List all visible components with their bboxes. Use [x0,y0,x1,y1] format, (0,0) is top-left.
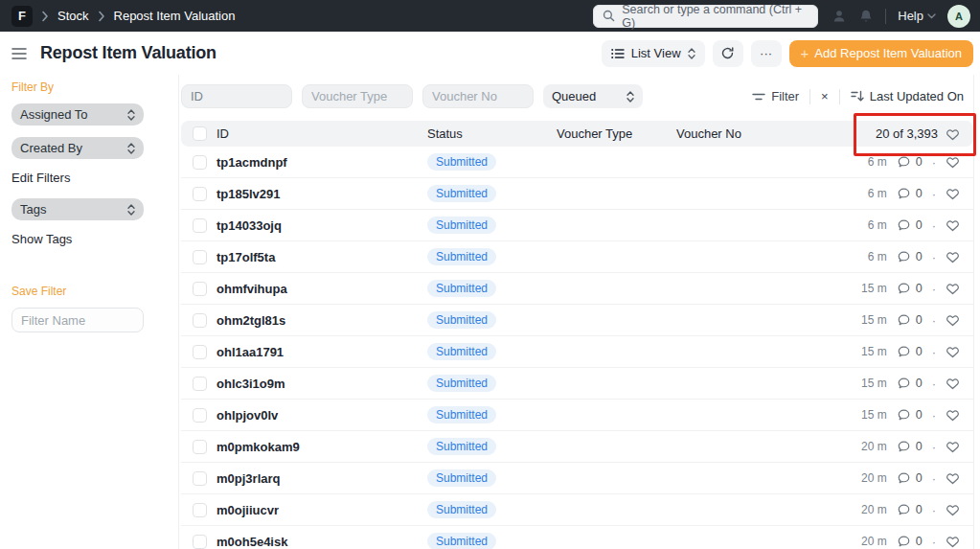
comment-icon[interactable] [897,313,911,327]
row-checkbox[interactable] [193,377,207,391]
sidebar-toggle-icon[interactable] [11,47,27,60]
voucher-type-filter-input[interactable] [302,84,413,108]
table-row[interactable]: ohlpjov0lv Submitted 15 m 0 · [181,400,973,431]
heart-icon[interactable] [946,408,960,422]
comment-icon[interactable] [897,155,911,169]
heart-icon[interactable] [946,187,960,200]
comment-icon[interactable] [897,408,911,422]
row-id-link[interactable]: tp1acmdnpf [217,155,287,170]
result-count[interactable]: 20 of 3,393 [876,126,938,141]
row-id-link[interactable]: tp17olf5ta [217,250,275,264]
table-row[interactable]: m0ojiiucvr Submitted 20 m 0 · [181,494,973,526]
heart-icon[interactable] [946,155,960,169]
comment-icon[interactable] [897,471,911,485]
comment-icon[interactable] [897,345,911,358]
row-checkbox[interactable] [193,218,207,233]
heart-icon[interactable] [946,471,960,485]
row-checkbox[interactable] [193,250,207,264]
filter-button[interactable]: Filter [752,89,799,103]
select-all-checkbox[interactable] [193,126,207,141]
comment-icon[interactable] [897,535,911,548]
heart-icon[interactable] [946,377,960,390]
status-badge: Submitted [427,185,496,202]
row-checkbox[interactable] [193,345,207,359]
tags-dropdown[interactable]: Tags [11,198,144,220]
frappe-logo-icon[interactable]: F [11,6,33,27]
clear-filter-button[interactable]: × [821,89,829,103]
assigned-to-dropdown[interactable]: Assigned To [11,103,144,126]
status-filter-select[interactable]: Queued [543,84,643,108]
heart-icon[interactable] [946,503,960,516]
filter-name-input[interactable] [11,308,144,332]
comment-icon[interactable] [897,187,911,200]
column-header-voucher-no[interactable]: Voucher No [676,126,796,141]
view-switcher-button[interactable]: List View [602,40,705,67]
heart-icon[interactable] [946,440,960,453]
edit-filters-link[interactable]: Edit Filters [11,171,167,185]
sort-selector[interactable]: Last Updated On [851,89,964,103]
table-row[interactable]: m0oh5e4isk Submitted 20 m 0 · [181,526,973,549]
help-menu[interactable]: Help [898,9,936,23]
table-row[interactable]: m0pmkokam9 Submitted 20 m 0 · [181,431,973,463]
breadcrumb-current[interactable]: Repost Item Valuation [114,9,236,23]
dot-separator: · [932,471,936,486]
row-checkbox[interactable] [193,408,207,423]
column-header-status[interactable]: Status [427,126,557,141]
breadcrumb-stock[interactable]: Stock [57,9,89,23]
row-checkbox[interactable] [193,282,207,296]
heart-icon[interactable] [946,535,960,548]
row-checkbox[interactable] [193,155,207,170]
refresh-button[interactable] [713,40,743,67]
row-checkbox[interactable] [193,471,207,486]
table-row[interactable]: ohl1aa1791 Submitted 15 m 0 · [181,336,973,368]
row-id-link[interactable]: m0ojiiucvr [217,503,279,517]
table-row[interactable]: ohlc3i1o9m Submitted 15 m 0 · [181,368,973,400]
table-row[interactable]: tp17olf5ta Submitted 6 m 0 · [181,241,973,273]
heart-icon[interactable] [946,127,960,141]
table-row[interactable]: tp1acmdnpf Submitted 6 m 0 · [181,147,973,178]
table-row[interactable]: tp14033ojq Submitted 6 m 0 · [181,210,973,241]
heart-icon[interactable] [946,313,960,327]
row-id-link[interactable]: tp185lv291 [217,187,281,201]
global-search-input[interactable]: Search or type a command (Ctrl + G) [593,5,818,28]
table-row[interactable]: tp185lv291 Submitted 6 m 0 · [181,178,973,210]
created-by-dropdown[interactable]: Created By [11,137,144,159]
heart-icon[interactable] [946,250,960,263]
row-checkbox[interactable] [193,535,207,549]
row-checkbox[interactable] [193,503,207,517]
voucher-no-filter-input[interactable] [422,84,534,108]
row-id-link[interactable]: tp14033ojq [217,218,282,233]
row-id-link[interactable]: ohlpjov0lv [217,408,278,423]
comment-icon[interactable] [897,503,911,516]
row-id-link[interactable]: ohmfvihupa [217,282,287,296]
table-row[interactable]: m0pj3rlarq Submitted 20 m 0 · [181,463,973,494]
row-id-link[interactable]: ohl1aa1791 [217,345,284,359]
comment-icon[interactable] [897,440,911,453]
table-row[interactable]: ohm2tgl81s Submitted 15 m 0 · [181,305,973,336]
assignments-user-icon[interactable] [832,9,847,24]
comment-icon[interactable] [897,377,911,390]
column-header-voucher-type[interactable]: Voucher Type [557,126,676,141]
comment-icon[interactable] [897,218,911,232]
id-filter-input[interactable] [181,84,292,108]
avatar[interactable]: A [947,5,970,28]
notifications-bell-icon[interactable] [858,9,874,24]
menu-ellipsis-button[interactable]: ··· [751,40,782,67]
show-tags-link[interactable]: Show Tags [11,232,167,246]
row-id-link[interactable]: m0pj3rlarq [217,471,280,486]
heart-icon[interactable] [946,345,960,358]
row-checkbox[interactable] [193,440,207,454]
row-id-link[interactable]: ohlc3i1o9m [217,377,285,391]
row-id-link[interactable]: m0oh5e4isk [217,535,287,549]
row-id-link[interactable]: ohm2tgl81s [217,313,285,328]
comment-icon[interactable] [897,250,911,263]
heart-icon[interactable] [946,218,960,232]
add-repost-item-valuation-button[interactable]: + Add Repost Item Valuation [789,40,973,67]
row-checkbox[interactable] [193,187,207,201]
column-header-id[interactable]: ID [217,126,427,141]
heart-icon[interactable] [946,282,960,295]
table-row[interactable]: ohmfvihupa Submitted 15 m 0 · [181,273,973,305]
comment-icon[interactable] [897,282,911,295]
row-id-link[interactable]: m0pmkokam9 [217,440,300,454]
row-checkbox[interactable] [193,313,207,328]
